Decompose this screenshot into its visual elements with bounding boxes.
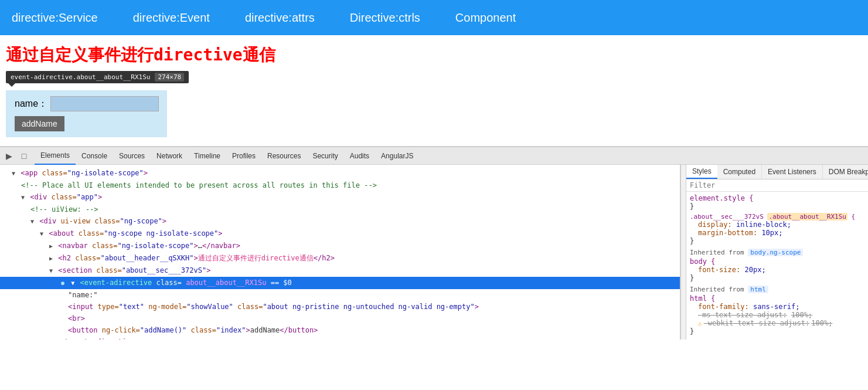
css-prop-margin-bottom: margin-bottom: 10px; [698, 229, 864, 237]
css-prop-font-family: font-family: sans-serif; [698, 303, 864, 311]
devtools-inspect-button[interactable]: □ [18, 150, 30, 162]
css-prop-font-size: font-size: 20px; [698, 266, 864, 274]
tooltip-size-badge: 274×78 [155, 73, 184, 82]
code-line: <br> [0, 313, 680, 324]
devtools-styles-pane: Styles Computed Event Listeners DOM Brea… [686, 165, 868, 340]
code-line: <h2 class="about__header__qSXKH">通过自定义事件… [0, 252, 680, 264]
code-line: </event-adirective> [0, 336, 680, 340]
tab-console[interactable]: Console [76, 147, 113, 165]
css-rule-html: html { font-family: sans-serif; -ms-text… [690, 294, 864, 335]
styles-tab-styles[interactable]: Styles [686, 165, 717, 179]
code-line: <about class="ng-scope ng-isolate-scope"… [0, 228, 680, 240]
css-prop-display: display: inline-block; [698, 221, 864, 229]
devtools-icon-buttons: ▶ □ [3, 150, 30, 162]
tab-network[interactable]: Network [151, 147, 188, 165]
scroll-divider [680, 165, 686, 340]
styles-tab-dom-breakpoints[interactable]: DOM Breakpoints [823, 165, 868, 179]
css-rule-element-style: element.style { } [690, 194, 864, 211]
code-line: <div class="app"> [0, 191, 680, 204]
page-heading: 通过自定义事件进行directive通信 [6, 44, 862, 66]
css-selector: element.style { [690, 194, 864, 202]
css-prop-webkit-text-size: ⚠ -webkit-text-size-adjust: 100%; [698, 319, 864, 327]
add-name-button[interactable]: addName [15, 116, 64, 131]
css-selector: .about__sec___372vS .about__about__RX1Su… [690, 213, 864, 221]
styles-tabs: Styles Computed Event Listeners DOM Brea… [686, 165, 868, 179]
tooltip-arrow [8, 83, 15, 87]
name-input[interactable] [50, 96, 159, 111]
tooltip-container: event-adirective.about__about__RX1Su 274… [6, 71, 862, 87]
tab-elements[interactable]: Elements [35, 147, 76, 165]
nav-item-directive-attrs[interactable]: directive:attrs [245, 11, 315, 25]
code-line: <div ui-view class="ng-scope"> [0, 215, 680, 228]
warning-icon: ⚠ [698, 320, 702, 327]
styles-filter-input[interactable] [690, 181, 864, 189]
code-line: <app class="ng-isolate-scope"> [0, 167, 680, 179]
nav-item-directive-event[interactable]: directive:Event [133, 11, 210, 25]
tab-angularjs[interactable]: AngularJS [375, 147, 419, 165]
code-line: <input type="text" ng-model="showValue" … [0, 301, 680, 313]
css-rule-about: .about__sec___372vS .about__about__RX1Su… [690, 213, 864, 245]
tab-profiles[interactable]: Profiles [226, 147, 261, 165]
nav-item-directive-ctrls[interactable]: Directive:ctrls [350, 11, 420, 25]
name-label: name： [15, 98, 47, 110]
code-line: "name:" [0, 289, 680, 301]
css-selector: body { [690, 257, 864, 266]
tooltip-box: event-adirective.about__about__RX1Su 274… [6, 71, 189, 87]
code-line: <!-- Place all UI elements intended to b… [0, 179, 680, 191]
css-close-brace: } [690, 274, 864, 282]
tooltip-element-name: event-adirective.about__about__RX1Su [11, 73, 150, 81]
css-close-brace: } [690, 237, 864, 245]
tab-timeline[interactable]: Timeline [188, 147, 226, 165]
tooltip-content: event-adirective.about__about__RX1Su 274… [6, 71, 189, 83]
styles-content: element.style { } .about__sec___372vS .a… [686, 192, 868, 340]
css-prop-ms-text-size: -ms-text-size-adjust: 100%; [698, 311, 864, 319]
css-close-brace: } [690, 327, 864, 335]
form-area: name： addName [6, 90, 167, 137]
devtools-elements-pane[interactable]: <app class="ng-isolate-scope"> <!-- Plac… [0, 165, 680, 340]
css-close-brace: } [690, 202, 864, 211]
tab-sources[interactable]: Sources [113, 147, 151, 165]
css-selector: html { [690, 294, 864, 303]
form-row: name： [15, 96, 158, 111]
devtools-tabbar: ▶ □ Elements Console Sources Network Tim… [0, 147, 868, 165]
nav-item-directive-service[interactable]: directive:Service [12, 11, 98, 25]
styles-filter-bar [686, 179, 868, 192]
code-line: <!-- uiView: --> [0, 204, 680, 215]
code-line-selected[interactable]: ● <event-adirective class= about__about_… [0, 277, 680, 289]
code-line: <navbar class="ng-isolate-scope">…</navb… [0, 240, 680, 252]
code-line: <button ng-click="addName()" class="inde… [0, 324, 680, 336]
styles-tab-computed[interactable]: Computed [717, 165, 762, 179]
devtools-panel: ▶ □ Elements Console Sources Network Tim… [0, 146, 868, 340]
tab-security[interactable]: Security [307, 147, 343, 165]
styles-tab-event-listeners[interactable]: Event Listeners [762, 165, 823, 179]
devtools-cursor-button[interactable]: ▶ [3, 150, 15, 162]
inherited-from-body: Inherited from body.ng-scope [690, 249, 864, 256]
devtools-body: <app class="ng-isolate-scope"> <!-- Plac… [0, 165, 868, 340]
css-rule-body: body { font-size: 20px; } [690, 257, 864, 282]
tab-audits[interactable]: Audits [344, 147, 375, 165]
top-nav: directive:Service directive:Event direct… [0, 0, 868, 35]
inherited-from-html: Inherited from html [690, 286, 864, 293]
tab-resources[interactable]: Resources [261, 147, 307, 165]
nav-item-component[interactable]: Component [455, 11, 516, 25]
main-content: 通过自定义事件进行directive通信 event-adirective.ab… [0, 35, 868, 146]
code-line: <section class="about__sec___372vS"> [0, 264, 680, 277]
